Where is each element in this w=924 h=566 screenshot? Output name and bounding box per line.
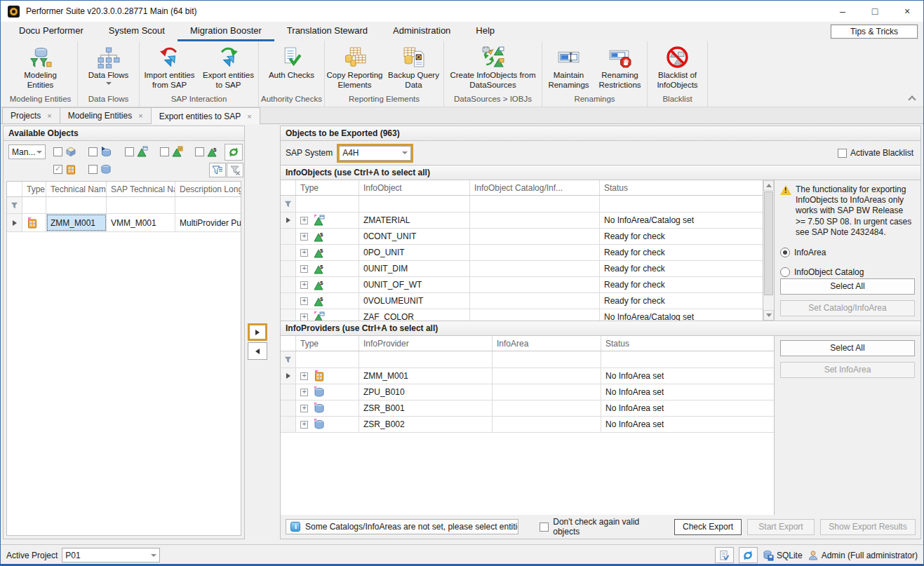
clear-filter-button[interactable] <box>227 163 243 177</box>
column-header[interactable]: Technical Name <box>46 182 107 196</box>
tab-translation-steward[interactable]: Translation Steward <box>274 22 380 41</box>
set-catalog-infoarea-button[interactable]: Set Catalog/InfoArea <box>780 300 915 316</box>
user-status[interactable]: Admin (Full administrator) <box>808 550 918 561</box>
scrollbar-thumb[interactable] <box>764 191 773 295</box>
filter-adso-checkbox[interactable] <box>88 147 98 156</box>
column-header[interactable]: Type <box>296 336 359 351</box>
expand-icon[interactable] <box>300 217 308 224</box>
table-row[interactable]: $ <box>281 261 763 277</box>
filter-cell[interactable] <box>359 351 493 368</box>
column-header[interactable]: Description Long <box>175 182 241 196</box>
table-row[interactable]: ZSR_B001 No InfoArea set <box>281 400 774 417</box>
check-export-button[interactable]: Check Export <box>674 519 742 535</box>
filter-cell[interactable] <box>46 197 107 213</box>
table-row[interactable]: $ <box>281 293 763 309</box>
filter-cell[interactable] <box>600 196 763 212</box>
infoobject-catalog-radio[interactable] <box>780 267 790 277</box>
table-row[interactable]: $ <box>281 229 763 245</box>
column-header[interactable]: Type <box>22 182 46 196</box>
column-header[interactable]: Status <box>601 336 774 351</box>
table-row[interactable]: $ <box>281 309 763 321</box>
auth-checks-button[interactable]: Auth Checks <box>263 43 321 95</box>
filter-cell[interactable] <box>601 351 774 368</box>
collapse-ribbon-icon[interactable] <box>909 95 915 101</box>
filter-cell[interactable] <box>22 197 46 213</box>
create-infoobjects-button[interactable]: Create InfoObjects from DataSources <box>448 43 539 95</box>
dont-check-again-checkbox[interactable] <box>540 523 549 532</box>
blacklist-infoobjects-button[interactable]: Blacklist of InfoObjects <box>650 43 706 95</box>
filter-infoobject-grid-checkbox[interactable] <box>160 147 169 156</box>
tab-administration[interactable]: Administration <box>380 22 463 41</box>
doc-tab-export-entities[interactable]: Export entities to SAP × <box>151 107 260 124</box>
filter-infocube-checkbox[interactable] <box>53 147 62 156</box>
filter-keyfigure-checkbox[interactable] <box>195 147 204 156</box>
table-row[interactable]: $ <box>281 245 763 261</box>
filter-cell[interactable] <box>359 196 470 212</box>
table-row[interactable]: ZMM_M001 No InfoArea set <box>281 368 774 384</box>
filter-cell[interactable] <box>296 351 359 368</box>
minimize-button[interactable]: – <box>826 1 859 22</box>
expand-icon[interactable] <box>300 372 308 380</box>
activate-blacklist-checkbox[interactable] <box>838 149 847 158</box>
tab-help[interactable]: Help <box>463 22 507 41</box>
log-document-button[interactable] <box>715 547 734 563</box>
close-tab-icon[interactable]: × <box>138 112 142 120</box>
table-row[interactable]: ZPU_B010 No InfoArea set <box>281 384 774 400</box>
table-row[interactable]: $ <box>281 277 763 293</box>
close-tab-icon[interactable]: × <box>247 112 251 121</box>
column-header[interactable]: Status <box>600 180 763 195</box>
sap-system-dropdown[interactable]: A4H <box>339 146 411 161</box>
maximize-button[interactable]: □ <box>859 1 891 22</box>
close-tab-icon[interactable]: × <box>47 112 51 120</box>
scroll-up-icon[interactable] <box>763 180 774 191</box>
maintain-renamings-button[interactable]: Maintain Renamings <box>544 43 594 95</box>
filter-dso-checkbox[interactable] <box>88 165 98 174</box>
infoobjects-select-all-button[interactable]: Select All <box>780 278 915 295</box>
filter-cell[interactable] <box>107 197 175 213</box>
expand-icon[interactable] <box>300 421 308 429</box>
expand-icon[interactable] <box>300 281 308 289</box>
infoproviders-select-all-button[interactable]: Select All <box>780 340 915 356</box>
set-infoarea-button[interactable]: Set InfoArea <box>780 362 915 378</box>
move-left-button[interactable] <box>248 342 267 360</box>
tips-and-tricks-button[interactable]: Tips & Tricks <box>831 25 918 39</box>
export-entities-button[interactable]: Export entities to SAP <box>199 43 258 95</box>
filter-cell[interactable] <box>175 197 241 213</box>
expand-icon[interactable] <box>300 314 308 321</box>
filter-multiprovider-checkbox[interactable] <box>53 165 62 174</box>
start-export-button[interactable]: Start Export <box>747 519 815 535</box>
object-type-dropdown[interactable]: Man... <box>8 144 46 159</box>
table-row[interactable]: $ <box>281 213 763 229</box>
active-project-dropdown[interactable]: P01 <box>62 548 160 562</box>
expand-icon[interactable] <box>300 249 308 257</box>
filter-cell[interactable] <box>470 196 600 212</box>
tab-docu-performer[interactable]: Docu Performer <box>6 22 96 41</box>
set-filter-button[interactable] <box>209 163 226 177</box>
tab-migration-booster[interactable]: Migration Booster <box>178 22 274 41</box>
data-flows-button[interactable]: Data Flows <box>81 43 136 95</box>
tab-system-scout[interactable]: System Scout <box>96 22 178 41</box>
column-header[interactable]: InfoProvider <box>359 336 493 351</box>
table-row[interactable]: ZSR_B002 No InfoArea set <box>281 417 774 433</box>
expand-icon[interactable] <box>300 389 308 396</box>
copy-reporting-elements-button[interactable]: Copy Reporting Elements <box>326 43 384 95</box>
close-button[interactable]: × <box>891 1 923 22</box>
expand-icon[interactable] <box>300 233 308 241</box>
refresh-button[interactable] <box>225 144 243 161</box>
infoarea-radio[interactable] <box>780 248 790 257</box>
show-export-results-button[interactable]: Show Export Results <box>820 519 916 535</box>
filter-characteristic-checkbox[interactable] <box>125 147 134 156</box>
column-header[interactable]: Type <box>296 180 359 195</box>
modeling-entities-button[interactable]: Modeling Entities <box>11 43 71 95</box>
doc-tab-projects[interactable]: Projects × <box>2 107 60 123</box>
column-header[interactable]: InfoObject <box>359 180 470 195</box>
filter-cell[interactable] <box>296 196 359 212</box>
sync-button[interactable] <box>739 547 758 563</box>
column-header[interactable]: SAP Technical Na... <box>107 182 175 196</box>
infoobjects-scrollbar[interactable] <box>763 180 775 321</box>
column-header[interactable]: InfoArea <box>493 336 601 351</box>
expand-icon[interactable] <box>300 405 308 412</box>
backup-query-data-button[interactable]: Backup Query Data <box>384 43 443 95</box>
filter-cell[interactable] <box>493 351 601 368</box>
table-row[interactable]: ZMM_M001 VMM_M001 MultiProvider Purc... <box>7 214 241 232</box>
